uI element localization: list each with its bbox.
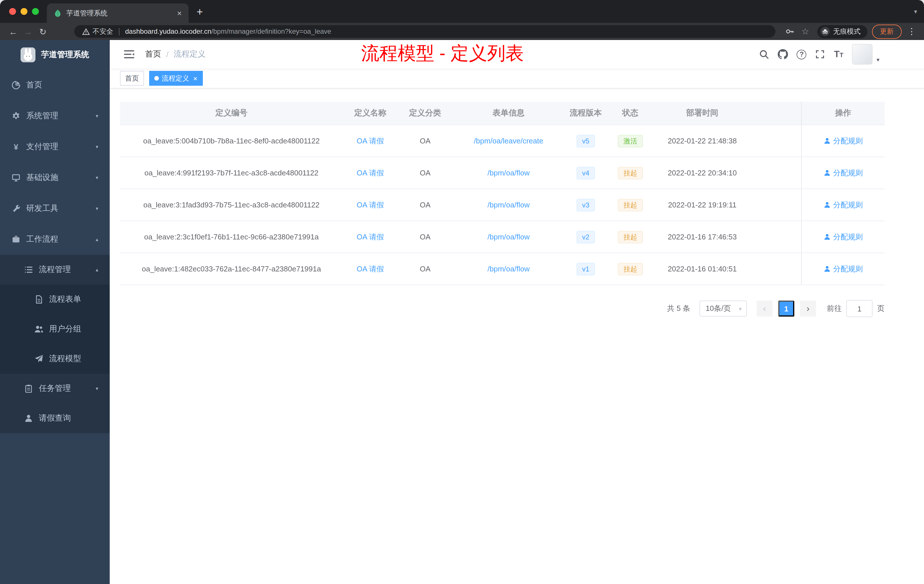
form-link[interactable]: /bpm/oa/flow	[487, 233, 530, 241]
next-page-button[interactable]: ›	[800, 300, 816, 317]
definition-name-link[interactable]: OA 请假	[356, 168, 384, 178]
category-cell: OA	[398, 221, 452, 252]
sidebar-item-home[interactable]: 首页	[0, 70, 110, 101]
address-bar[interactable]: 不安全 dashboard.yudao.iocoder.cn /bpm/mana…	[74, 25, 775, 38]
tab-search-caret-icon[interactable]: ▾	[914, 8, 917, 15]
assign-rule-label: 分配规则	[833, 264, 863, 274]
url-host: dashboard.yudao.iocoder.cn	[125, 27, 211, 35]
sidebar-item-system[interactable]: 系统管理▾	[0, 101, 110, 132]
browser-tab[interactable]: 芋道管理系统 ×	[47, 3, 188, 23]
logo-avatar	[21, 48, 35, 62]
minimize-window-button[interactable]	[21, 8, 27, 15]
category-cell: OA	[398, 189, 452, 221]
back-button[interactable]: ←	[6, 27, 21, 36]
fullscreen-icon[interactable]	[815, 49, 825, 59]
main-area: 首页 / 流程定义 流程模型 - 定义列表 ? TT	[110, 40, 924, 584]
sidebar-item-label: 支付管理	[26, 142, 58, 152]
workflow-icon	[12, 235, 21, 244]
font-size-icon[interactable]: TT	[834, 50, 843, 59]
status-tag: 挂起	[618, 199, 643, 211]
password-key-icon[interactable]	[785, 27, 794, 36]
sidebar-logo[interactable]: 芋道管理系统	[0, 40, 110, 70]
not-secure-warning-icon	[82, 28, 90, 35]
tag-close-icon[interactable]: ×	[193, 74, 198, 82]
tag-label: 首页	[125, 73, 139, 83]
form-link[interactable]: /bpm/oa/flow	[487, 201, 530, 209]
goto-page-input[interactable]	[846, 300, 873, 317]
github-icon[interactable]	[778, 49, 788, 59]
view-tag[interactable]: 首页	[120, 71, 144, 86]
column-header: 状态	[607, 102, 654, 125]
sidebar-item-label: 任务管理	[39, 383, 71, 394]
page-content: 定义编号定义名称定义分类表单信息流程版本状态部署时间操作oa_leave:5:0…	[110, 89, 924, 584]
sidebar-item-label: 流程管理	[39, 265, 71, 275]
sidebar-item-workflow[interactable]: 工作流程▴	[0, 224, 110, 255]
tasks-icon	[24, 384, 33, 393]
send-icon	[34, 354, 43, 363]
assign-rule-link[interactable]: 分配规则	[823, 200, 863, 210]
chevron-down-icon: ▾	[96, 175, 98, 181]
definition-id-cell: oa_leave:1:482ec033-762a-11ec-8477-a2380…	[120, 253, 343, 285]
definition-name-link[interactable]: OA 请假	[356, 232, 384, 242]
reload-button[interactable]: ↻	[35, 27, 50, 36]
browser-menu-icon[interactable]: ⋮	[905, 26, 918, 36]
gear-icon	[12, 111, 21, 120]
zoom-window-button[interactable]	[32, 8, 39, 15]
form-link[interactable]: /bpm/oa/flow	[487, 168, 530, 177]
sidebar-item-leave-query[interactable]: 请假查询	[0, 403, 110, 433]
form-link[interactable]: /bpm/oa/flow	[487, 265, 530, 273]
table-row: oa_leave:3:1fad3d93-7b75-11ec-a3c8-acde4…	[120, 189, 884, 221]
assign-rule-label: 分配规则	[833, 232, 863, 242]
breadcrumb-home[interactable]: 首页	[145, 49, 161, 59]
close-window-button[interactable]	[9, 8, 16, 15]
hamburger-icon[interactable]	[124, 49, 135, 60]
status-tag: 挂起	[618, 231, 643, 243]
sidebar-item-process-manage[interactable]: 流程管理▴	[0, 255, 110, 285]
list-icon	[24, 265, 33, 274]
definition-name-link[interactable]: OA 请假	[356, 136, 384, 146]
page-size-select[interactable]: 10条/页 ▾	[700, 300, 747, 317]
deploy-time-cell: 2022-01-22 20:34:10	[654, 157, 751, 188]
assign-rule-link[interactable]: 分配规则	[823, 168, 863, 178]
forward-button[interactable]: →	[21, 27, 35, 36]
assign-rule-label: 分配规则	[833, 200, 863, 210]
view-tag[interactable]: 流程定义×	[149, 71, 203, 86]
sidebar-submenu: 流程管理▴流程表单用户分组流程模型任务管理▾请假查询	[0, 255, 110, 433]
deploy-time-cell: 2022-01-16 17:46:53	[654, 221, 751, 252]
new-tab-button[interactable]: +	[196, 6, 203, 17]
goto-unit: 页	[877, 304, 884, 314]
incognito-label: 无痕模式	[833, 26, 861, 36]
definition-name-link[interactable]: OA 请假	[356, 200, 384, 210]
window-controls	[9, 8, 39, 15]
prev-page-button[interactable]: ‹	[757, 300, 772, 317]
help-icon[interactable]: ?	[797, 49, 807, 59]
assign-rule-link[interactable]: 分配规则	[823, 264, 863, 274]
sidebar-item-process-model[interactable]: 流程模型	[0, 344, 110, 374]
search-icon[interactable]	[759, 49, 769, 59]
tab-close-icon[interactable]: ×	[175, 8, 184, 18]
user-avatar[interactable]	[852, 44, 873, 64]
incognito-badge: 无痕模式	[817, 25, 868, 38]
sidebar-item-infra[interactable]: 基础设施▾	[0, 162, 110, 193]
column-header: 定义编号	[120, 102, 343, 125]
sidebar-item-task-manage[interactable]: 任务管理▾	[0, 374, 110, 403]
bookmark-star-icon[interactable]: ☆	[802, 26, 809, 36]
category-cell: OA	[398, 157, 452, 188]
assign-rule-link[interactable]: 分配规则	[823, 232, 863, 242]
chevron-up-icon: ▴	[96, 237, 98, 242]
table-row: oa_leave:1:482ec033-762a-11ec-8477-a2380…	[120, 253, 884, 285]
version-tag: v3	[576, 199, 595, 211]
definition-table: 定义编号定义名称定义分类表单信息流程版本状态部署时间操作oa_leave:5:0…	[120, 102, 884, 285]
assign-rule-link[interactable]: 分配规则	[823, 136, 863, 146]
form-link[interactable]: /bpm/oa/leave/create	[474, 137, 543, 145]
sidebar-item-payment[interactable]: ¥支付管理▾	[0, 132, 110, 162]
avatar-caret-icon[interactable]: ▾	[876, 56, 879, 63]
sidebar-item-user-group[interactable]: 用户分组	[0, 314, 110, 344]
url-separator	[119, 28, 119, 35]
definition-name-link[interactable]: OA 请假	[356, 264, 384, 274]
pagination: 共 5 条 10条/页 ▾ ‹ 1 › 前往 页	[120, 300, 884, 317]
sidebar-item-devtools[interactable]: 研发工具▾	[0, 193, 110, 224]
chrome-update-button[interactable]: 更新	[872, 24, 902, 39]
page-number-current[interactable]: 1	[778, 300, 794, 317]
sidebar-item-process-form[interactable]: 流程表单	[0, 285, 110, 314]
